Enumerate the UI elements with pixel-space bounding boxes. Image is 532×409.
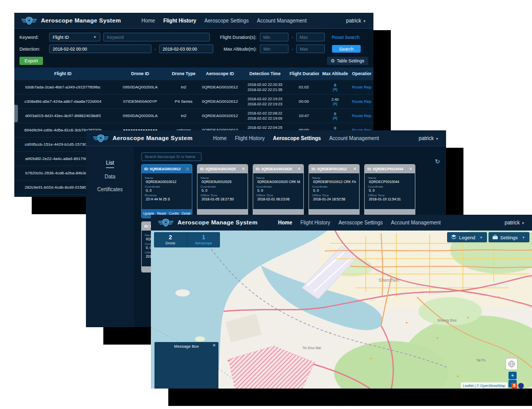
map-container: Shenzhen Sheung Shui Tai Po Tin Shui Wai… [151, 231, 532, 389]
reset-search-link[interactable]: Reset Search [332, 35, 360, 40]
altitude-min-input[interactable]: Min [260, 44, 289, 53]
aeroscope-card: ID: 0QRDEAG0010020✕Name0QRDEAG0010020 CR… [253, 164, 304, 218]
cell-operation: Route Replay [351, 99, 371, 104]
route-replay-link[interactable]: Route Replay [352, 113, 371, 118]
drone-count-tab[interactable]: 2 Drone [154, 232, 187, 247]
nav-aeroscope-settings[interactable]: Aeroscope Settings [273, 135, 321, 141]
chevron-down-icon: ▼ [363, 19, 366, 23]
cell-operation: Route Replay [351, 113, 371, 118]
nav-aeroscope-settings[interactable]: Aeroscope Settings [339, 220, 383, 225]
chevron-down-icon: ▼ [521, 221, 525, 225]
detection-end: 2018-02-02 22:19:09 [242, 116, 287, 121]
sidebar-item-data[interactable]: Data [104, 170, 115, 183]
drone-count: 2 [169, 235, 172, 240]
card-id: ID: 0QRDE8F0010012 [312, 167, 347, 171]
aeroscope-card: ID: 0QRDEAG0010012⚠Name0QRDEAG0010012Coo… [141, 164, 192, 218]
card-coordinate: 0, 0 [202, 189, 245, 192]
keyword-type-select[interactable]: Flight ID▼ [49, 33, 100, 41]
detection-start: 2018-02-02 22:20:33 [242, 82, 287, 87]
detection-end: 2018-02-02 22:19:23 [242, 102, 287, 106]
duration-label: Flight Duration(s): [220, 35, 257, 40]
nav-flight-history[interactable]: Flight History [300, 220, 330, 225]
nav-home[interactable]: Home [213, 135, 227, 141]
card-footer [309, 209, 359, 215]
filter-panel: Keyword: Flight ID▼ Keyword Flight Durat… [14, 29, 373, 53]
nav-home[interactable]: Home [141, 18, 155, 24]
message-box-title: Message Box [174, 344, 198, 349]
column-header-max-altitude: Max Altitude [319, 71, 351, 76]
route-replay-link[interactable]: Route Replay [352, 85, 371, 89]
card-name-label: Name [256, 176, 300, 179]
altitude-max-input[interactable]: Max [296, 44, 325, 53]
detection-from-input[interactable]: 2018-02-02 00:00 [49, 44, 151, 53]
refresh-icon[interactable]: ↻ [435, 158, 440, 165]
side-panel-handle[interactable] [14, 105, 18, 122]
card-coordinate: 0, 0 [369, 189, 412, 192]
card-coordinate-label: Coordinate [312, 185, 356, 188]
card-id: ID: 0QRDECP0010044 [367, 167, 403, 171]
layer-control-button[interactable] [505, 358, 518, 370]
card-name: 0QRDECP0010044 [369, 180, 412, 184]
card-offline-time-label: Offline Time [256, 193, 300, 197]
route-replay-link[interactable]: Route Replay [352, 99, 371, 104]
user-menu[interactable]: patrick▼ [419, 135, 439, 141]
map-label-tin-shui-wai: Tin Shui Wai [302, 346, 321, 350]
duration-max-input[interactable]: Max [296, 33, 325, 41]
detection-start: 2018-02-02 22:08:22 [242, 111, 287, 116]
close-icon[interactable]: ✕ [353, 167, 357, 171]
warning-icon: ⚠ [186, 167, 189, 171]
nav-aeroscope-settings[interactable]: Aeroscope Settings [205, 18, 249, 24]
aeroscope-count-label: Aeroscope [195, 241, 212, 245]
column-header-detection-time: Detection Time [241, 71, 289, 76]
search-button[interactable]: Search [332, 45, 361, 53]
card-offline-time-label: Offline Time [312, 193, 356, 197]
layers-icon [451, 235, 456, 240]
cell-drone-id: 07IDE5N00A00YP [112, 99, 169, 104]
cell-detection-time: 2018-02-02 22:19:232018-02-02 22:19:23 [241, 97, 289, 106]
close-icon[interactable]: ✕ [297, 167, 301, 171]
close-icon[interactable]: ✕ [212, 343, 216, 348]
nav-account-management[interactable]: Account Management [257, 18, 306, 24]
aeroscope-search-input[interactable]: Search Aeroscope ID or Name [141, 152, 202, 161]
nav-account-management[interactable]: Account Management [391, 220, 440, 225]
user-menu[interactable]: patrick▼ [346, 18, 366, 24]
drone-count-label: Drone [165, 241, 175, 245]
cell-flight-duration: 00:00 [289, 99, 319, 104]
legend-dropdown[interactable]: Legend ▼ [447, 232, 487, 242]
nav-flight-history[interactable]: Flight History [163, 18, 196, 24]
card-name-label: Name [368, 176, 412, 179]
settings-sidebar: List Data Certificates [86, 146, 134, 327]
keyword-label: Keyword: [19, 35, 46, 40]
column-header-flight-id: Flight ID [14, 71, 112, 76]
main-nav: Home Flight History Aeroscope Settings A… [278, 220, 440, 225]
card-offline-time-label: Offline Time [368, 193, 412, 197]
app-logo-icon [21, 17, 37, 25]
sidebar-item-list[interactable]: List [106, 156, 114, 168]
map-window: Aeroscope Manage System Home Flight Hist… [151, 215, 532, 389]
aeroscope-card: ID: 0QRDE9U0010025✕Name0QRDE9U0010025Coo… [197, 164, 248, 218]
card-offline-time: 2018-01-19 11:54:31 [369, 197, 412, 201]
close-icon[interactable]: ✕ [409, 167, 412, 171]
keyword-input[interactable]: Keyword [103, 33, 210, 41]
duration-min-input[interactable]: Min [260, 33, 289, 41]
app-header: Aeroscope Manage System Home Flight Hist… [151, 215, 532, 231]
aeroscope-count-tab[interactable]: 1 Aeroscope [187, 232, 220, 247]
altitude-unit: [A] [320, 87, 350, 92]
app-header: Aeroscope Manage System Home Flight Hist… [86, 130, 446, 146]
zoom-in-button[interactable]: + [508, 372, 517, 379]
column-header-flight-duration: Flight Duration [289, 71, 319, 76]
cell-drone-type: P4 Series [169, 99, 198, 104]
export-button[interactable]: Export [19, 57, 43, 65]
detection-to-input[interactable]: 2018-02-03 00:00 [159, 44, 213, 53]
altitude-value: 0 [320, 126, 350, 130]
nav-home[interactable]: Home [278, 220, 292, 225]
nav-account-management[interactable]: Account Management [329, 135, 379, 141]
nav-flight-history[interactable]: Flight History [235, 135, 264, 141]
user-menu[interactable]: patrick▼ [505, 220, 525, 225]
table-settings-button[interactable]: ⚙Table Settings [327, 57, 368, 65]
settings-dropdown[interactable]: Settings ▼ [489, 232, 529, 242]
close-icon[interactable]: ✕ [241, 167, 245, 171]
sidebar-item-certificates[interactable]: Certificates [97, 183, 123, 196]
cell-aeroscope-id: 0QRDEAG0010012 [198, 99, 241, 104]
range-dash: - [154, 47, 156, 52]
